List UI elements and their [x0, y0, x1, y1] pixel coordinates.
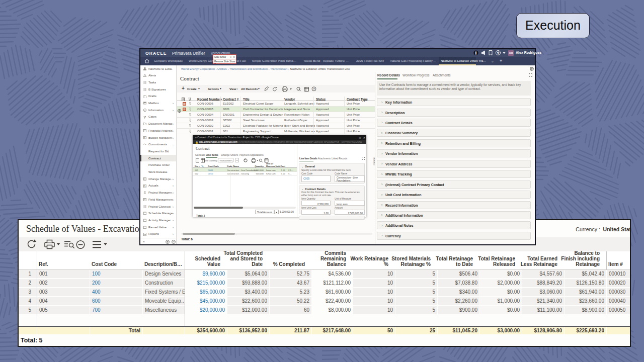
svg-text:$: $: [144, 136, 146, 139]
svg-text:?: ?: [497, 51, 499, 55]
svg-text:$: $: [144, 185, 146, 188]
svg-text:?: ?: [313, 87, 315, 90]
svg-text:!: !: [475, 51, 476, 55]
